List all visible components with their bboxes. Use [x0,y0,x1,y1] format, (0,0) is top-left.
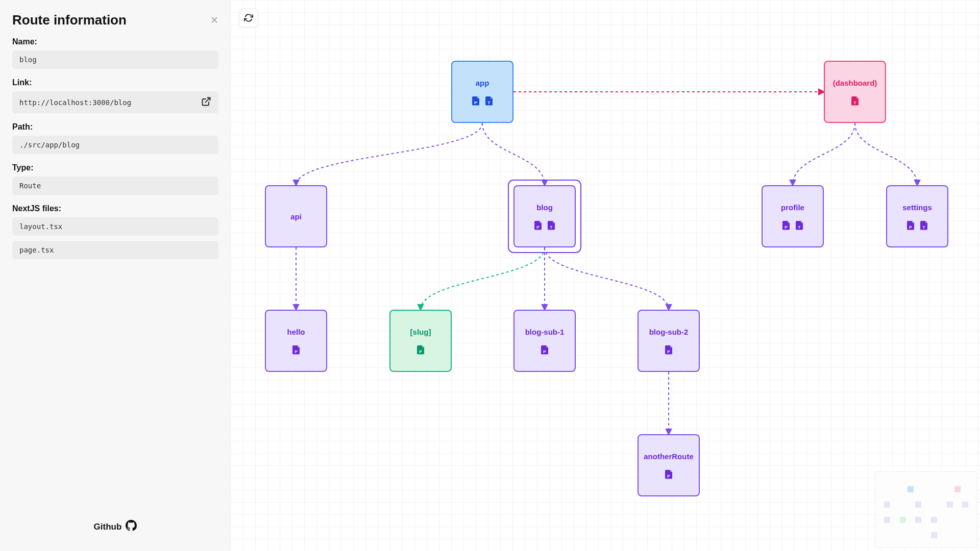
file-icon: T [851,96,859,106]
route-node-api[interactable]: api [265,185,327,247]
file-icon: P [665,470,672,479]
node-label: blog-sub-2 [649,328,689,336]
node-label: app [476,79,489,87]
refresh-icon [244,13,253,22]
node-file-icons: P [665,470,672,479]
node-label: (dashboard) [833,79,877,87]
link-label: Link: [12,78,218,87]
external-link-icon[interactable] [201,96,211,108]
minimap-node [884,502,890,508]
files-label: NextJS files: [12,204,218,213]
minimap[interactable] [875,471,977,548]
file-icon: P [417,345,424,355]
link-value[interactable]: http://localhost:3000/blog [12,91,218,113]
node-file-icons: P [541,345,548,355]
route-node-settings[interactable]: settingsPT [886,185,948,247]
minimap-node [915,517,921,523]
route-node-blogSub1[interactable]: blog-sub-1P [513,310,576,372]
name-label: Name: [12,37,218,46]
minimap-node [954,486,961,492]
file-icon: P [907,221,914,230]
refresh-button[interactable] [239,8,258,28]
minimap-node [931,532,937,538]
minimap-node [884,517,890,523]
file-icon: P [665,345,672,355]
minimap-node [962,502,968,508]
type-value: Route [12,177,218,195]
type-label: Type: [12,163,218,172]
github-icon [126,520,137,534]
route-node-hello[interactable]: helloP [265,310,327,372]
close-icon[interactable] [210,15,218,26]
minimap-node [900,517,906,523]
file-icon: P [472,96,479,106]
route-node-anotherRoute[interactable]: anotherRouteP [638,434,700,496]
name-value: blog [12,51,218,69]
node-file-icons: PT [782,221,803,230]
file-icon: T [796,221,803,230]
node-file-icons: PT [907,221,927,230]
node-file-icons: PT [472,96,493,106]
route-node-slug[interactable]: [slug]P [389,310,452,372]
file-icon: P [782,221,790,230]
minimap-node [931,517,937,523]
node-file-icons: PT [534,221,555,230]
canvas[interactable]: appPT(dashboard)TapiblogPTprofilePTsetti… [231,0,980,551]
path-value: ./src/app/blog [12,136,218,154]
route-node-blogSub2[interactable]: blog-sub-2P [638,310,700,372]
file-icon: T [548,221,555,230]
node-label: profile [781,203,804,212]
node-label: anotherRoute [644,452,694,461]
file-icon: P [292,345,300,355]
route-node-dashboard[interactable]: (dashboard)T [824,61,886,123]
route-node-profile[interactable]: profilePT [762,185,824,247]
node-label: blog-sub-1 [525,328,565,336]
path-label: Path: [12,122,218,132]
file-icon: T [920,221,927,230]
file-item: page.tsx [12,241,218,259]
file-icon: T [485,96,493,106]
file-icon: P [541,345,548,355]
route-node-app[interactable]: appPT [451,61,513,123]
svg-line-0 [205,98,210,103]
node-label: hello [287,328,305,336]
minimap-node [915,502,921,508]
file-item: layout.tsx [12,217,218,236]
minimap-node [908,486,914,492]
node-file-icons: P [417,345,424,355]
node-file-icons: P [292,345,300,355]
node-label: [slug] [410,328,431,336]
route-node-blog[interactable]: blogPT [513,185,576,247]
sidebar-title: Route information [12,12,127,28]
node-label: api [290,212,302,221]
minimap-node [947,502,953,508]
node-label: settings [902,203,932,212]
file-icon: P [534,221,542,230]
github-link[interactable]: Github [12,520,218,539]
sidebar: Route information Name: blog Link: http:… [0,0,231,551]
node-file-icons: P [665,345,672,355]
node-label: blog [536,203,553,212]
node-file-icons: T [851,96,859,106]
